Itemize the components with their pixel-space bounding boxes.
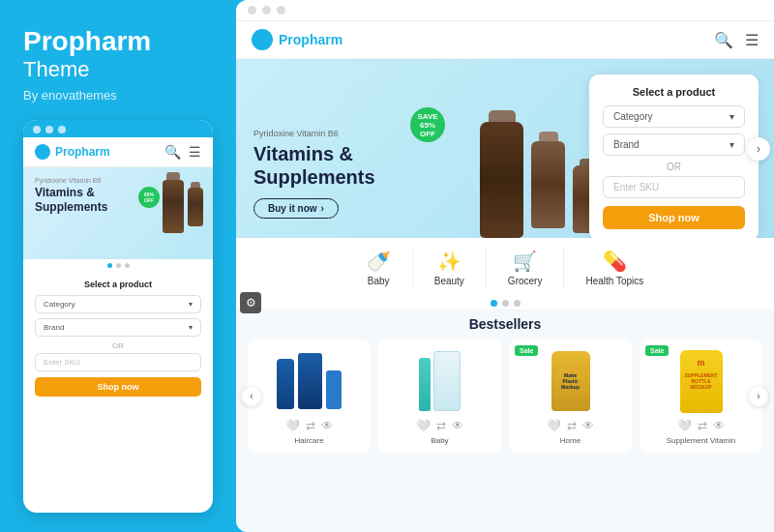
health-icon: 💊 (603, 250, 627, 273)
mobile-sku-input[interactable]: Enter SKU (35, 353, 201, 371)
brand-label: Brand (613, 139, 640, 150)
beauty-icon: ✨ (437, 250, 461, 273)
slide-dot-2[interactable] (502, 300, 509, 307)
site-search-icon[interactable]: 🔍 (714, 31, 733, 49)
grocery-icon: 🛒 (513, 250, 537, 273)
supplement-wishlist-icon[interactable]: 🤍 (677, 419, 692, 432)
product-img-haircare (255, 347, 363, 415)
mobile-shop-button[interactable]: Shop now (35, 377, 201, 397)
baby-view-icon[interactable]: 👁 (452, 419, 463, 432)
home-view-icon[interactable]: 👁 (582, 419, 594, 432)
category-health[interactable]: 💊 Health Topics (564, 246, 665, 290)
beauty-label: Beauty (434, 276, 464, 286)
dot-3 (125, 263, 130, 268)
category-chevron: ▾ (729, 111, 734, 122)
browser-bar (236, 0, 774, 21)
mobile-brand-chevron: ▾ (189, 323, 193, 332)
supplement-name: Supplement Vitamin (647, 436, 755, 445)
haircare-name: Haircare (255, 436, 363, 445)
right-panel: Propharm 🔍 ☰ Pyridoxine Vitamin B6 Vitam… (236, 0, 774, 532)
category-baby[interactable]: 🍼 Baby (345, 246, 413, 290)
home-sale-badge: Sale (515, 345, 538, 356)
product-card-haircare[interactable]: 🤍 ⇄ 👁 Haircare (248, 340, 371, 453)
buy-now-label: Buy it now (268, 203, 317, 214)
haircare-wishlist-icon[interactable]: 🤍 (285, 419, 300, 432)
mobile-brand-dropdown[interactable]: Brand ▾ (35, 318, 201, 337)
byline: By enovathemes (23, 88, 213, 103)
settings-gear-button[interactable]: ⚙ (240, 292, 261, 313)
baby-compare-icon[interactable]: ⇄ (436, 419, 446, 432)
bestsellers-title: Bestsellers (248, 316, 762, 332)
site-logo: Propharm (252, 29, 342, 50)
supplement-bottle: m SUPPLEMENTBOTTLEMOCKUP (680, 350, 723, 413)
brand-subtitle: Theme (23, 57, 213, 82)
shop-now-button[interactable]: Shop now (603, 206, 745, 229)
category-grocery[interactable]: 🛒 Grocery (487, 246, 565, 290)
product-card-baby[interactable]: 🤍 ⇄ 👁 Baby (378, 340, 501, 453)
baby-name: Baby (386, 436, 493, 445)
products-prev-arrow[interactable]: ‹ (242, 387, 261, 406)
haircare-compare-icon[interactable]: ⇄ (306, 419, 315, 432)
slide-dot-3[interactable] (514, 300, 521, 307)
mobile-select-box: Select a product Category ▾ Brand ▾ OR E… (23, 272, 213, 404)
site-nav: Propharm 🔍 ☰ (236, 21, 774, 59)
mobile-category-label: Category (44, 300, 74, 309)
hero-bottle-medium (531, 141, 565, 228)
home-name: Home (517, 436, 624, 445)
products-row: ‹ 🤍 ⇄ 👁 Haircare (248, 340, 762, 453)
site-logo-icon (252, 29, 273, 50)
product-card-supplement[interactable]: Sale m SUPPLEMENTBOTTLEMOCKUP 🤍 ⇄ 👁 Supp… (640, 340, 762, 453)
baby-icon: 🍼 (367, 250, 391, 273)
slide-dot-1[interactable] (491, 300, 497, 307)
hero-bottles (480, 110, 600, 238)
site-logo-text: Propharm (279, 32, 342, 47)
haircare-bottle (277, 353, 342, 409)
supplement-compare-icon[interactable]: ⇄ (698, 419, 707, 432)
or-text: OR (603, 162, 745, 172)
hero-next-arrow[interactable]: › (747, 137, 770, 161)
mobile-category-dropdown[interactable]: Category ▾ (35, 295, 201, 313)
mobile-search-icon[interactable]: 🔍 (164, 144, 181, 160)
product-card-home[interactable]: Sale MattePlasticMockup 🤍 ⇄ 👁 Home (509, 340, 632, 453)
products-next-arrow[interactable]: › (749, 387, 768, 406)
mobile-preview: Propharm 🔍 ☰ Pyridoxine Vitamin B6 Vitam… (23, 120, 213, 513)
mobile-dot-2 (45, 126, 53, 133)
product-img-home: MattePlasticMockup (517, 347, 624, 415)
mobile-or-text: OR (35, 341, 201, 350)
brand-title: Propharm (23, 27, 213, 57)
mobile-select-title: Select a product (35, 280, 201, 289)
brand-dropdown[interactable]: Brand ▾ (603, 133, 745, 156)
dot-1 (107, 263, 112, 268)
haircare-view-icon[interactable]: 👁 (321, 419, 333, 432)
bestsellers-section: Bestsellers ‹ 🤍 ⇄ 👁 Haircare (236, 309, 774, 532)
site-menu-icon[interactable]: ☰ (745, 31, 759, 49)
brand-chevron: ▾ (729, 139, 734, 150)
baby-wishlist-icon[interactable]: 🤍 (416, 419, 431, 432)
category-label: Category (613, 111, 653, 122)
mobile-menu-icon[interactable]: ☰ (189, 144, 201, 160)
baby-actions: 🤍 ⇄ 👁 (386, 419, 493, 432)
home-compare-icon[interactable]: ⇄ (567, 419, 577, 432)
sku-input[interactable]: Enter SKU (603, 176, 745, 198)
select-product-card: Select a product Category ▾ Brand ▾ OR E… (589, 74, 759, 238)
mobile-logo-icon (35, 144, 50, 160)
haircare-actions: 🤍 ⇄ 👁 (255, 419, 363, 432)
buy-now-button[interactable]: Buy it now › (253, 198, 339, 219)
mobile-nav-icons: 🔍 ☰ (164, 144, 201, 160)
category-beauty[interactable]: ✨ Beauty (413, 246, 487, 290)
product-img-baby (386, 347, 493, 415)
mobile-logo-text: Propharm (55, 145, 110, 159)
mobile-top-bar (23, 120, 213, 137)
category-dropdown[interactable]: Category ▾ (603, 105, 745, 128)
site-nav-icons: 🔍 ☰ (714, 31, 759, 49)
baby-label: Baby (368, 276, 390, 286)
mobile-hero-bottle (163, 172, 203, 233)
buy-now-arrow: › (321, 203, 324, 214)
supplement-sale-badge: Sale (645, 345, 669, 356)
browser-dot-2 (262, 6, 271, 15)
home-wishlist-icon[interactable]: 🤍 (547, 419, 561, 432)
supplement-view-icon[interactable]: 👁 (713, 419, 725, 432)
browser-dot-1 (248, 6, 256, 15)
mobile-nav: Propharm 🔍 ☰ (23, 137, 213, 167)
category-row: 🍼 Baby ✨ Beauty 🛒 Grocery 💊 Health Topic… (236, 238, 774, 296)
